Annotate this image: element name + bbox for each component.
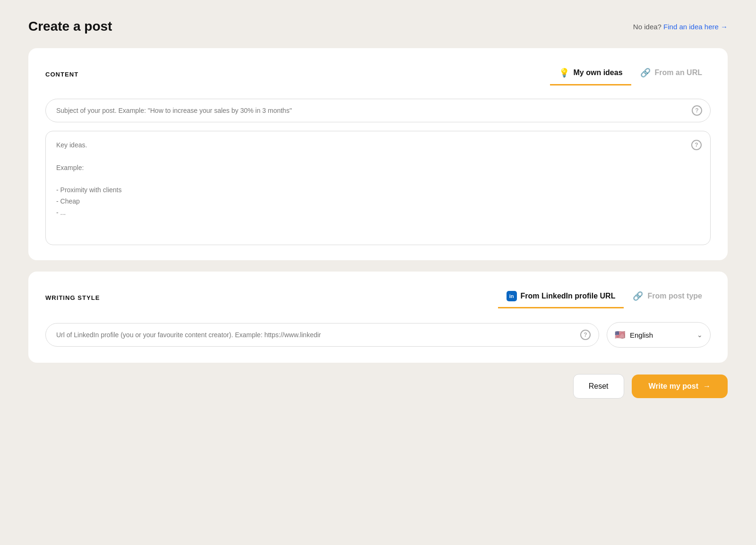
linkedin-url-wrapper: ?	[45, 323, 599, 347]
language-select-wrapper: 🇺🇸 English ⌄	[607, 322, 711, 348]
write-post-arrow: →	[703, 382, 711, 391]
linkedin-help-icon[interactable]: ?	[580, 330, 591, 340]
no-idea-text: No idea?	[633, 23, 662, 31]
linkedin-icon: in	[507, 291, 517, 301]
tab-from-linkedin[interactable]: in From LinkedIn profile URL	[498, 287, 624, 308]
find-idea-section: No idea? Find an idea here →	[633, 23, 728, 31]
chevron-down-icon: ⌄	[697, 331, 703, 339]
language-label: English	[630, 331, 653, 339]
bulb-icon: 💡	[558, 67, 570, 78]
subject-input[interactable]	[45, 99, 711, 122]
tab-my-own-ideas-label: My own ideas	[574, 68, 623, 77]
tab-from-post-type-label: From post type	[647, 292, 702, 300]
tab-from-post-type[interactable]: 🔗 From post type	[624, 287, 711, 309]
find-idea-link[interactable]: Find an idea here →	[663, 23, 728, 31]
tab-from-url-label: From an URL	[655, 68, 702, 77]
key-ideas-help-icon[interactable]: ?	[691, 140, 702, 150]
page-title: Create a post	[28, 19, 112, 34]
subject-help-icon[interactable]: ?	[692, 105, 702, 116]
reset-button[interactable]: Reset	[573, 374, 624, 399]
content-card-header: CONTENT 💡 My own ideas 🔗 From an URL	[45, 63, 711, 85]
writing-style-tab-group: in From LinkedIn profile URL 🔗 From post…	[498, 287, 711, 309]
footer-actions: Reset Write my post →	[28, 374, 728, 399]
key-ideas-wrapper: ?	[45, 131, 711, 245]
tab-from-url[interactable]: 🔗 From an URL	[631, 63, 711, 85]
content-tab-group: 💡 My own ideas 🔗 From an URL	[550, 63, 711, 85]
link-icon: 🔗	[640, 67, 651, 78]
writing-style-label: WRITING STYLE	[45, 294, 100, 301]
write-post-button[interactable]: Write my post →	[632, 375, 728, 398]
tab-from-linkedin-label: From LinkedIn profile URL	[521, 292, 616, 300]
write-post-label: Write my post	[649, 382, 699, 391]
tab-my-own-ideas[interactable]: 💡 My own ideas	[550, 63, 631, 85]
page-header: Create a post No idea? Find an idea here…	[28, 19, 728, 34]
content-section-label: CONTENT	[45, 71, 78, 78]
subject-input-row: ?	[45, 99, 711, 122]
writing-style-card: WRITING STYLE in From LinkedIn profile U…	[28, 272, 728, 363]
post-type-icon: 🔗	[632, 290, 644, 302]
writing-style-inputs: ? 🇺🇸 English ⌄	[45, 322, 711, 348]
content-card: CONTENT 💡 My own ideas 🔗 From an URL ? ?	[28, 48, 728, 260]
flag-icon: 🇺🇸	[615, 330, 625, 340]
linkedin-url-input[interactable]	[45, 323, 599, 347]
language-select[interactable]: 🇺🇸 English ⌄	[607, 322, 711, 348]
key-ideas-input[interactable]	[56, 140, 686, 234]
writing-style-card-header: WRITING STYLE in From LinkedIn profile U…	[45, 287, 711, 309]
